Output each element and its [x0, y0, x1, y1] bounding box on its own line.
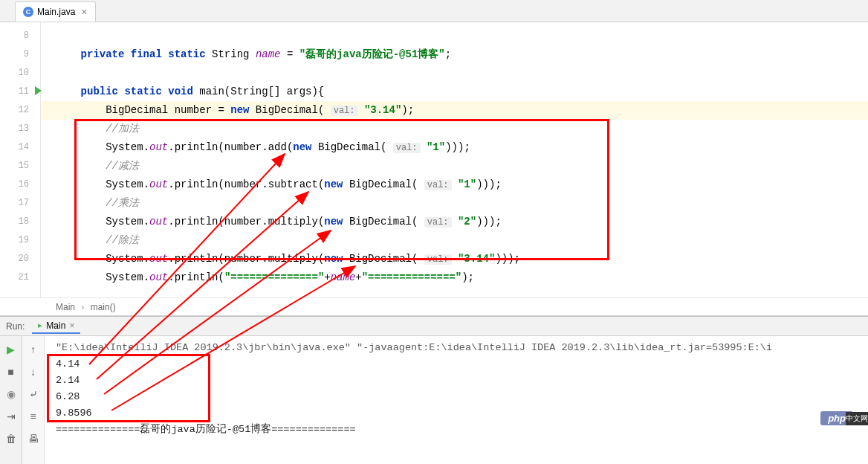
line-number: 16 — [0, 175, 40, 194]
down-icon[interactable]: ↓ — [26, 364, 41, 379]
close-icon[interactable]: × — [69, 320, 74, 331]
run-label: Run: — [6, 321, 25, 332]
breadcrumb-method[interactable]: main() — [91, 302, 116, 312]
run-toolbar-left: ▶ ■ ◉ ⇥ 🗑 — [0, 336, 22, 464]
line-number: 17 — [0, 194, 40, 213]
line-number: 19 — [0, 231, 40, 250]
trash-icon[interactable]: 🗑 — [4, 431, 19, 446]
line-number: 15 — [0, 157, 40, 175]
run-status-icon: ▸ — [38, 320, 42, 330]
up-icon[interactable]: ↑ — [26, 342, 41, 357]
console-command: "E:\idea\IntelliJ IDEA 2019.2.3\jbr\bin\… — [56, 340, 857, 356]
run-toolbar-inner: ↑ ↓ ⤶ ≡ 🖶 — [22, 336, 45, 464]
line-number: 9 — [0, 45, 40, 64]
wrap-icon[interactable]: ⤶ — [26, 387, 41, 402]
cn-badge: 中文网 — [846, 412, 868, 425]
stop-icon[interactable]: ■ — [4, 364, 19, 379]
line-number: 21 — [0, 268, 40, 287]
line-number: 11 — [0, 83, 40, 101]
console-output[interactable]: "E:\idea\IntelliJ IDEA 2019.2.3\jbr\bin\… — [45, 336, 868, 464]
line-number: 14 — [0, 138, 40, 157]
console-line: 9.8596 — [56, 405, 857, 422]
scroll-icon[interactable]: ≡ — [26, 409, 41, 424]
tab-title: Main.java — [37, 7, 75, 17]
line-number: 12 — [0, 101, 40, 120]
breadcrumb[interactable]: Main › main() — [0, 297, 868, 316]
file-tab[interactable]: C Main.java × — [15, 1, 96, 22]
line-number: 13 — [0, 120, 40, 138]
console-line: 4.14 — [56, 356, 857, 373]
run-config-tab[interactable]: ▸ Main × — [32, 319, 80, 334]
chevron-right-icon: › — [81, 302, 84, 312]
exit-icon[interactable]: ⇥ — [4, 409, 19, 424]
run-body: ▶ ■ ◉ ⇥ 🗑 ↑ ↓ ⤶ ≡ 🖶 "E:\idea\IntelliJ ID… — [0, 336, 868, 464]
code-editor[interactable]: 8 9 10 11 12 13 14 15 16 17 18 19 20 21 … — [0, 22, 868, 297]
print-icon[interactable]: 🖶 — [26, 431, 41, 446]
line-gutter: 8 9 10 11 12 13 14 15 16 17 18 19 20 21 — [0, 22, 41, 297]
line-number: 18 — [0, 213, 40, 231]
line-number: 8 — [0, 27, 40, 45]
dump-icon[interactable]: ◉ — [4, 387, 19, 402]
console-line: 6.28 — [56, 389, 857, 405]
code-content[interactable]: private final static String name = "磊哥的j… — [41, 22, 868, 297]
run-tab-name: Main — [46, 320, 65, 331]
rerun-icon[interactable]: ▶ — [4, 342, 19, 357]
line-number: 20 — [0, 250, 40, 268]
console-line: ==============磊哥的java历险记-@51博客==========… — [56, 422, 857, 438]
close-icon[interactable]: × — [81, 6, 87, 18]
run-header: Run: ▸ Main × — [0, 317, 868, 336]
java-class-icon: C — [23, 7, 33, 17]
breadcrumb-class[interactable]: Main — [56, 302, 75, 312]
editor-tab-bar: C Main.java × — [0, 0, 868, 22]
run-panel: Run: ▸ Main × ▶ ■ ◉ ⇥ 🗑 ↑ ↓ ⤶ ≡ 🖶 "E:\id… — [0, 316, 868, 464]
console-line: 2.14 — [56, 373, 857, 389]
line-number: 10 — [0, 64, 40, 83]
